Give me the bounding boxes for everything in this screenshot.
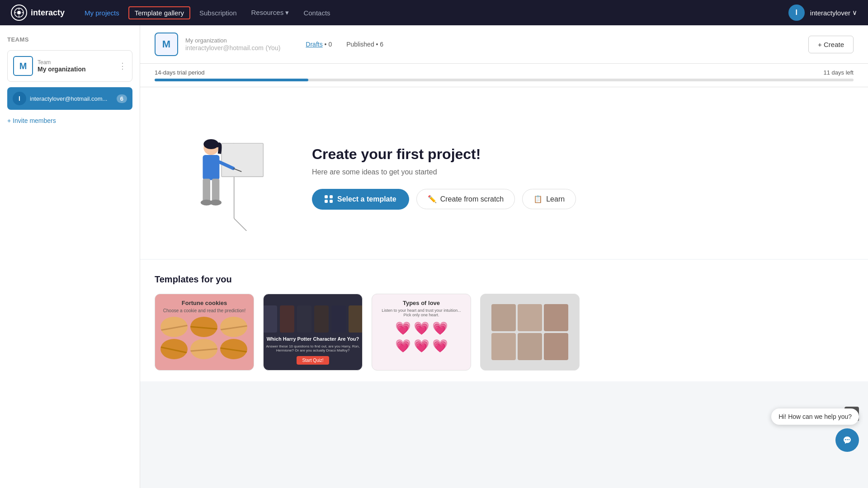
hero-illustration <box>176 122 276 233</box>
sidebar-title: Teams <box>7 36 132 43</box>
navbar-links: My projects Template gallery Subscriptio… <box>79 6 774 19</box>
hero-text: Create your first project! Here are some… <box>312 146 576 210</box>
hp-card-title: Which Harry Potter Character Are You? <box>267 336 359 342</box>
heart-6: 💗 <box>432 338 448 353</box>
hp-figures <box>263 305 363 333</box>
trial-progress-track <box>155 79 854 81</box>
main-content: M My organization interactylover@hotmail… <box>140 25 868 488</box>
trial-progress-bar <box>155 79 308 81</box>
template-card-types-of-love[interactable]: Types of love Listen to your heart and t… <box>372 294 471 371</box>
trial-label: 14-days trial period 11 days left <box>155 69 854 76</box>
template-card-fourth[interactable] <box>480 294 580 371</box>
heart-4: 💗 <box>395 338 411 353</box>
logo-text: interacty <box>31 8 65 18</box>
org-details: My organization interactylover@hotmail.c… <box>185 37 280 52</box>
hero-subtitle: Here are some ideas to get you started <box>312 168 576 176</box>
nav-my-projects[interactable]: My projects <box>79 6 125 19</box>
chat-widget: Hi! How can we help you? <box>771 408 859 452</box>
user-row-count: 6 <box>117 94 127 103</box>
user-row[interactable]: I interactylover@hotmail.com... 6 <box>7 87 132 110</box>
learn-button[interactable]: 📋 Learn <box>522 189 576 209</box>
org-stats: Drafts • 0 Published • 6 <box>306 41 383 48</box>
hero-title: Create your first project! <box>312 146 576 163</box>
team-name: My organization <box>38 66 86 73</box>
hero-section: Create your first project! Here are some… <box>140 87 868 259</box>
fortune-cookies-visual <box>160 317 248 359</box>
nav-template-gallery[interactable]: Template gallery <box>128 6 190 19</box>
svg-point-20 <box>845 439 846 440</box>
published-stat: Published • 6 <box>346 41 383 48</box>
sidebar: Teams M Team My organization ⋮ I interac… <box>0 25 140 488</box>
heart-5: 💗 <box>414 338 429 353</box>
team-initial-box: M <box>13 56 33 76</box>
hp-card-subtitle: Answer these 10 questions to find out, a… <box>264 344 362 352</box>
team-info: Team My organization <box>38 59 86 73</box>
nav-contacts[interactable]: Contacts <box>298 6 335 19</box>
navbar: interacty My projects Template gallery S… <box>0 0 868 25</box>
nav-resources[interactable]: Resources ▾ <box>246 6 295 19</box>
heart-1: 💗 <box>395 321 411 336</box>
svg-rect-15 <box>203 179 210 202</box>
drafts-stat[interactable]: Drafts • 0 <box>306 41 332 48</box>
user-avatar: I <box>788 5 805 21</box>
fortune-cookies-title: Fortune cookies <box>182 300 227 306</box>
pencil-icon: ✏️ <box>428 195 437 203</box>
team-card-left: M Team My organization <box>13 56 86 76</box>
tol-title: Types of love <box>403 300 440 306</box>
user-row-left: I interactylover@hotmail.com... <box>13 92 107 105</box>
create-from-scratch-button[interactable]: ✏️ Create from scratch <box>416 189 515 209</box>
logo[interactable]: interacty <box>11 5 65 21</box>
hp-start-quiz-button[interactable]: Start Quiz! <box>297 356 329 365</box>
templates-section: Templates for you Fortune cookies Choose… <box>140 260 868 381</box>
templates-grid: Fortune cookies Choose a cookie and read… <box>155 294 854 371</box>
team-options-icon[interactable]: ⋮ <box>118 61 127 71</box>
logo-icon <box>11 5 27 21</box>
hero-buttons: Select a template ✏️ Create from scratch… <box>312 189 576 210</box>
navbar-right: I interactylover ∨ <box>788 5 857 21</box>
hearts-grid: 💗 💗 💗 💗 💗 💗 <box>395 321 448 353</box>
org-initial-box: M <box>155 33 178 56</box>
team-label: Team <box>38 59 86 66</box>
user-menu[interactable]: interactylover ∨ <box>810 9 857 17</box>
main-layout: Teams M Team My organization ⋮ I interac… <box>0 25 868 488</box>
org-name: My organization <box>185 37 280 44</box>
team-card-header: M Team My organization ⋮ <box>13 56 127 76</box>
content-topbar: M My organization interactylover@hotmail… <box>140 25 868 64</box>
select-template-button[interactable]: Select a template <box>312 189 409 210</box>
portrait-grid <box>491 304 568 360</box>
nav-subscription[interactable]: Subscription <box>194 6 242 19</box>
grid-icon <box>325 195 333 203</box>
svg-point-21 <box>847 439 848 440</box>
chat-bubble: Hi! How can we help you? <box>771 408 859 425</box>
svg-line-7 <box>234 218 247 231</box>
user-row-email: interactylover@hotmail.com... <box>30 95 107 102</box>
svg-point-18 <box>210 200 222 206</box>
fortune-cookies-subtitle: Choose a cookie and read the prediction! <box>163 308 245 313</box>
heart-3: 💗 <box>432 321 448 336</box>
create-button[interactable]: + Create <box>808 36 854 53</box>
templates-section-title: Templates for you <box>155 274 854 285</box>
template-card-harry-potter[interactable]: Which Harry Potter Character Are You? An… <box>263 294 363 371</box>
team-card: M Team My organization ⋮ <box>7 50 132 82</box>
trial-bar: 14-days trial period 11 days left <box>140 64 868 87</box>
svg-rect-12 <box>203 155 219 180</box>
svg-rect-16 <box>212 179 220 202</box>
org-info: M My organization interactylover@hotmail… <box>155 33 383 56</box>
heart-2: 💗 <box>414 321 429 336</box>
svg-rect-9 <box>222 143 263 177</box>
invite-members-link[interactable]: + Invite members <box>7 115 132 126</box>
chat-messenger-button[interactable] <box>835 428 859 452</box>
document-icon: 📋 <box>533 195 542 203</box>
svg-point-22 <box>849 439 849 440</box>
org-email: interactylover@hotmail.com (You) <box>185 44 280 52</box>
tol-subtitle: Listen to your heart and trust your intu… <box>377 308 465 317</box>
user-row-avatar: I <box>13 92 26 105</box>
template-card-fortune-cookies[interactable]: Fortune cookies Choose a cookie and read… <box>155 294 254 371</box>
svg-point-1 <box>17 11 21 14</box>
